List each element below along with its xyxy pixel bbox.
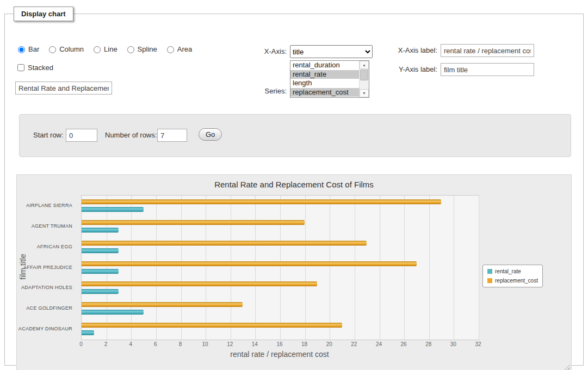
series-option-rental_duration[interactable]: rental_duration — [290, 61, 359, 70]
x-tick-label: 2 — [104, 341, 108, 347]
legend-item-rental_rate[interactable]: rental_rate — [487, 268, 538, 274]
chart-type-radio-bar[interactable] — [18, 46, 25, 53]
x-axis-field-label: X-Axis label: — [380, 44, 437, 57]
stacked-option[interactable]: Stacked — [15, 62, 53, 73]
category-label: AFRICAN EGG — [17, 244, 72, 249]
series-option-rental_rate[interactable]: rental_rate — [290, 70, 359, 79]
gridline — [305, 196, 306, 340]
chart-type-label: Column — [59, 45, 84, 53]
num-rows-label: Number of rows: — [105, 129, 157, 142]
chart-type-group: BarColumnLineSplineArea — [15, 45, 192, 53]
x-axis-title: rental rate / replacement cost — [81, 350, 478, 359]
legend-swatch — [487, 278, 492, 283]
bar-rental_rate[interactable] — [82, 289, 119, 294]
scroll-down-icon[interactable]: ▼ — [360, 89, 369, 97]
x-tick-labels: 02468101214161820222426283032 — [81, 340, 479, 348]
x-tick-label: 22 — [351, 341, 357, 347]
series-label: Series: — [233, 85, 287, 98]
chart-type-radio-spline[interactable] — [127, 46, 134, 53]
panel-legend: Display chart — [14, 7, 73, 21]
series-listbox[interactable]: rental_durationrental_ratelengthreplacem… — [290, 60, 369, 98]
x-tick-label: 0 — [79, 341, 83, 347]
chart-type-column[interactable]: Column — [46, 45, 84, 53]
gridline — [330, 196, 330, 340]
x-tick-label: 6 — [154, 341, 157, 347]
x-tick-label: 14 — [252, 341, 258, 347]
gridline — [181, 196, 182, 340]
series-scrollbar[interactable]: ▲ ▼ — [359, 61, 369, 97]
x-tick-label: 8 — [179, 341, 182, 347]
bar-rental_rate[interactable] — [82, 310, 144, 315]
x-tick-label: 20 — [326, 341, 332, 347]
gridline — [206, 196, 206, 340]
category-label: AIRPLANE SIERRA — [17, 203, 72, 208]
chart-type-spline[interactable]: Spline — [125, 45, 157, 53]
series-option-length[interactable]: length — [290, 79, 359, 88]
x-axis-select[interactable]: title — [290, 45, 373, 58]
scroll-up-icon[interactable]: ▲ — [360, 61, 369, 69]
category-label: ADAPTATION HOLES — [17, 285, 72, 290]
legend-item-replacement_cost[interactable]: replacement_cost — [487, 278, 538, 284]
x-tick-label: 10 — [202, 341, 208, 347]
plot-area — [81, 195, 479, 340]
gridline — [479, 196, 479, 340]
chart-container: Rental Rate and Replacement Cost of Film… — [16, 174, 572, 370]
bar-rental_rate[interactable] — [82, 330, 94, 335]
gridline — [404, 196, 405, 340]
gridline — [131, 196, 132, 340]
bar-rental_rate[interactable] — [82, 228, 119, 233]
y-axis-label-input[interactable] — [441, 63, 534, 76]
chart-type-label: Area — [177, 45, 192, 53]
num-rows-input[interactable] — [157, 129, 187, 142]
bar-replacement_cost[interactable] — [82, 241, 367, 246]
scrollbar-thumb[interactable] — [360, 70, 368, 80]
rows-panel: Start row: Number of rows: Go — [19, 114, 571, 157]
x-tick-label: 24 — [376, 341, 382, 347]
go-button[interactable]: Go — [199, 128, 222, 141]
x-tick-label: 12 — [227, 341, 233, 347]
resize-handle-icon[interactable] — [564, 364, 570, 370]
stacked-label: Stacked — [28, 64, 53, 72]
gridline — [107, 196, 107, 340]
chart-type-line[interactable]: Line — [91, 45, 117, 53]
x-axis-label-input[interactable] — [441, 44, 534, 57]
bar-rental_rate[interactable] — [82, 269, 119, 274]
category-label: ACE GOLDFINGER — [17, 305, 72, 311]
chart-title-input[interactable] — [15, 81, 112, 95]
legend-label: rental_rate — [495, 268, 521, 274]
x-tick-label: 28 — [425, 341, 431, 347]
bar-rental_rate[interactable] — [82, 207, 144, 212]
chart-type-radio-line[interactable] — [94, 46, 101, 53]
stacked-checkbox[interactable] — [17, 64, 24, 71]
bar-replacement_cost[interactable] — [82, 220, 305, 225]
chart-type-bar[interactable]: Bar — [15, 45, 39, 53]
legend-swatch — [487, 269, 492, 274]
bar-replacement_cost[interactable] — [82, 323, 342, 328]
category-label: AGENT TRUMAN — [17, 223, 72, 229]
series-option-replacement_cost[interactable]: replacement_cost — [290, 88, 359, 97]
x-tick-label: 30 — [450, 341, 456, 347]
bar-rental_rate[interactable] — [82, 248, 119, 253]
series-list-items: rental_durationrental_ratelengthreplacem… — [290, 61, 359, 97]
bar-replacement_cost[interactable] — [82, 261, 417, 266]
x-tick-label: 4 — [129, 341, 132, 347]
chart-type-label: Bar — [28, 45, 39, 53]
legend-label: replacement_cost — [495, 278, 538, 284]
category-label: ACADEMY DINOSAUR — [17, 326, 72, 331]
x-tick-label: 16 — [276, 341, 282, 347]
gridline — [454, 196, 454, 340]
start-row-input[interactable] — [66, 129, 97, 142]
chart-type-radio-area[interactable] — [167, 46, 174, 53]
category-label: AFFAIR PREJUDICE — [17, 265, 72, 270]
chart-type-radio-column[interactable] — [49, 46, 56, 53]
chart-type-area[interactable]: Area — [164, 45, 192, 53]
bar-replacement_cost[interactable] — [82, 281, 317, 286]
chart-title: Rental Rate and Replacement Cost of Film… — [17, 180, 571, 189]
x-tick-label: 32 — [475, 341, 481, 347]
bar-replacement_cost[interactable] — [82, 199, 441, 204]
gridline — [255, 196, 256, 340]
gridline — [156, 196, 157, 340]
gridline — [231, 196, 231, 340]
bar-replacement_cost[interactable] — [82, 302, 243, 307]
gridline — [380, 196, 380, 340]
